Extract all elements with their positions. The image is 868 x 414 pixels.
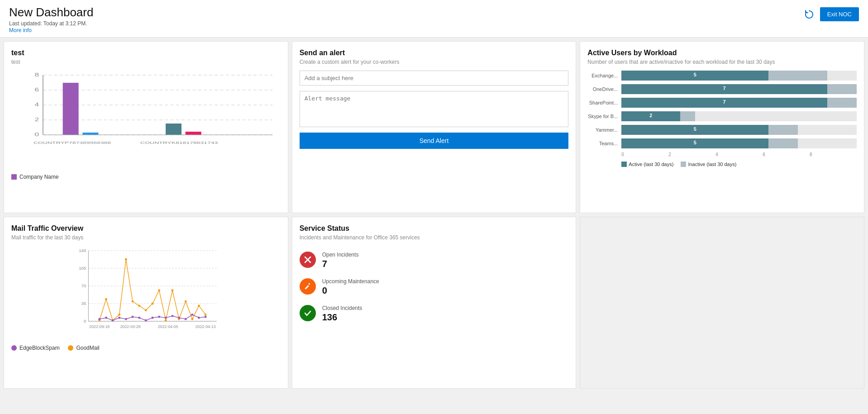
workload-inactive-bar-1 [827, 84, 857, 94]
mail-traffic-card: Mail Traffic Overview Mail traffic for t… [4, 217, 288, 389]
workload-active-label-1: 7 [723, 86, 726, 91]
edgeblockspam-legend-swatch [11, 345, 17, 351]
svg-text:140: 140 [79, 248, 86, 253]
workload-card: Active Users by Workload Number of users… [580, 41, 864, 213]
workload-row-1: OneDrive...7 [587, 84, 857, 94]
upcoming-maintenance-count: 0 [322, 286, 379, 296]
service-item-open-incidents: Open Incidents 7 [300, 252, 569, 269]
test-card-subtitle: test [11, 59, 281, 65]
empty-card [580, 217, 864, 389]
closed-incidents-label: Closed Incidents [322, 305, 362, 311]
workload-inactive-bar-0 [768, 71, 827, 81]
test-card-title: test [11, 49, 281, 57]
workload-label-1: OneDrive... [587, 86, 621, 92]
mail-chart-svg: 0 35 70 105 140 2022-09-18 2022-03-28 20… [11, 246, 281, 341]
alert-subject-input[interactable] [300, 71, 569, 86]
send-alert-button[interactable]: Send Alert [300, 133, 569, 149]
inactive-legend-label: Inactive (last 30 days) [688, 162, 736, 167]
workload-inactive-bar-2 [827, 98, 857, 108]
workload-label-5: Teams... [587, 141, 621, 146]
workload-row-3: Skype for B...2 [587, 111, 857, 121]
mail-traffic-subtitle: Mail traffic for the last 30 days [11, 234, 281, 241]
workload-x-label: 8 [810, 152, 857, 157]
svg-point-54 [118, 317, 120, 319]
workload-bar-wrap-4: 5 [621, 125, 857, 135]
exit-noc-button[interactable]: Exit NOC [820, 7, 859, 21]
mail-traffic-chart: 0 35 70 105 140 2022-09-18 2022-03-28 20… [11, 246, 281, 341]
goodmail-legend-label: GoodMail [76, 345, 99, 351]
svg-point-38 [125, 258, 127, 261]
more-info-link[interactable]: More info [9, 27, 32, 33]
svg-rect-11 [82, 133, 98, 135]
svg-point-37 [118, 314, 120, 316]
workload-row-2: SharePoint...7 [587, 98, 857, 108]
workload-x-label: 6 [763, 152, 810, 157]
svg-point-35 [105, 298, 107, 300]
dashboard-grid: test test 0 2 4 6 8 [0, 38, 868, 392]
workload-bar-wrap-3: 2 [621, 111, 857, 121]
svg-text:105: 105 [79, 266, 86, 271]
service-status-title: Service Status [300, 224, 569, 233]
open-incidents-icon [300, 252, 316, 268]
svg-text:COUNTRYP787369566366: COUNTRYP787369566366 [33, 141, 111, 144]
mail-legend: EdgeBlockSpam GoodMail [11, 345, 281, 351]
workload-bar-wrap-5: 5 [621, 138, 857, 148]
svg-rect-13 [166, 124, 181, 135]
svg-point-52 [105, 317, 107, 319]
workload-x-axis: 02468 [621, 152, 857, 157]
edgeblockspam-legend-label: EdgeBlockSpam [19, 345, 60, 351]
svg-point-59 [152, 317, 154, 319]
mail-traffic-title: Mail Traffic Overview [11, 224, 281, 233]
workload-legend: Active (last 30 days)Inactive (last 30 d… [621, 162, 857, 167]
header: New Dashboard Last updated: Today at 3:1… [0, 0, 868, 38]
workload-bar-wrap-2: 7 [621, 98, 857, 108]
alert-card-title: Send an alert [300, 49, 569, 57]
alert-message-textarea[interactable] [300, 91, 569, 127]
test-card: test test 0 2 4 6 8 [4, 41, 288, 213]
upcoming-maintenance-label: Upcoming Maintenance [322, 278, 379, 285]
svg-point-64 [185, 318, 187, 320]
svg-point-51 [98, 318, 100, 320]
company-name-legend-label: Company Name [19, 174, 59, 180]
service-status-subtitle: Incidents and Maintenance for Office 365… [300, 234, 569, 241]
goodmail-legend-swatch [68, 345, 73, 351]
svg-point-50 [205, 314, 207, 316]
svg-point-43 [158, 289, 160, 291]
workload-bar-wrap-1: 7 [621, 84, 857, 94]
svg-point-40 [138, 305, 140, 307]
svg-text:70: 70 [81, 283, 86, 288]
svg-text:4: 4 [34, 102, 39, 107]
svg-point-61 [165, 317, 167, 319]
test-bar-chart: 0 2 4 6 8 COUNTRYP787369566366 COUNTRYK8… [11, 71, 281, 170]
workload-active-label-0: 5 [694, 72, 696, 77]
svg-point-66 [198, 317, 200, 319]
closed-incidents-count: 136 [322, 312, 362, 323]
alert-form: Send Alert [300, 71, 569, 149]
svg-point-42 [152, 303, 154, 305]
svg-text:8: 8 [34, 72, 39, 77]
svg-point-41 [145, 309, 147, 311]
workload-row-0: Exchange...5 [587, 71, 857, 81]
svg-point-65 [191, 314, 193, 316]
svg-point-48 [191, 318, 193, 320]
svg-text:2022-09-18: 2022-09-18 [89, 324, 110, 329]
svg-point-49 [198, 305, 200, 307]
service-item-closed-incidents: Closed Incidents 136 [300, 305, 569, 323]
service-status-card: Service Status Incidents and Maintenance… [292, 217, 577, 389]
svg-point-39 [132, 300, 134, 303]
page-title: New Dashboard [9, 5, 93, 19]
refresh-icon[interactable] [803, 8, 816, 21]
open-incidents-label: Open Incidents [322, 252, 359, 258]
upcoming-maintenance-info: Upcoming Maintenance 0 [322, 278, 379, 296]
closed-incidents-info: Closed Incidents 136 [322, 305, 362, 323]
svg-text:2022-03-28: 2022-03-28 [120, 324, 141, 329]
workload-label-0: Exchange... [587, 73, 621, 78]
svg-point-63 [178, 317, 180, 319]
inactive-swatch [681, 162, 686, 167]
svg-text:6: 6 [34, 87, 39, 92]
header-left: New Dashboard Last updated: Today at 3:1… [9, 5, 93, 33]
svg-point-57 [138, 317, 140, 319]
workload-legend-inactive: Inactive (last 30 days) [681, 162, 736, 167]
workload-card-subtitle: Number of users that are active/inactive… [587, 59, 857, 65]
workload-row-4: Yammer...5 [587, 125, 857, 135]
